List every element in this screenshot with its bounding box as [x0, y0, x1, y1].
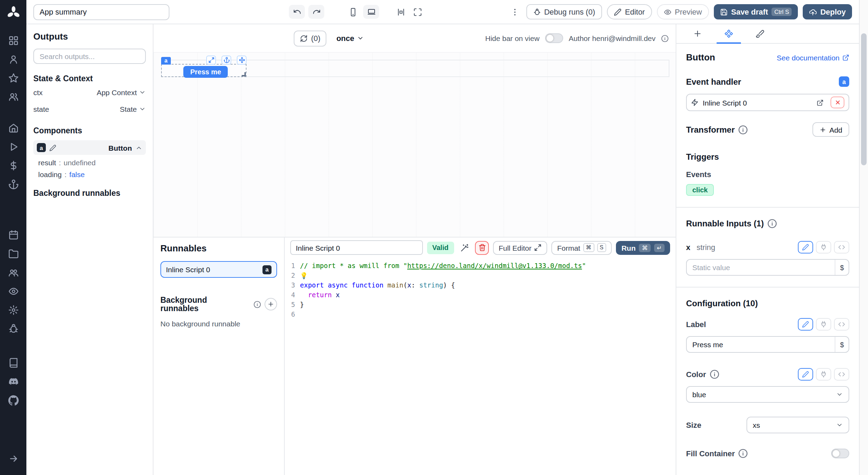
github-icon[interactable]	[0, 391, 26, 410]
windmill-logo[interactable]	[6, 6, 20, 20]
template-dollar-toggle[interactable]: $	[835, 260, 849, 275]
result-row[interactable]: result : undefined	[33, 158, 146, 167]
x-static-edit-icon[interactable]	[798, 241, 813, 253]
edit-id-pencil-icon[interactable]	[49, 144, 56, 151]
undo-button[interactable]	[289, 5, 305, 19]
delete-script-button[interactable]	[475, 241, 489, 255]
color-select[interactable]: blue	[686, 386, 849, 403]
loading-row[interactable]: loading : false	[33, 170, 146, 178]
main-column: Debug runs (0) Editor Preview Save draft…	[26, 0, 859, 475]
ctx-row[interactable]: ctx App Context	[33, 85, 146, 99]
info-icon[interactable]	[767, 219, 777, 228]
label-static-edit-icon[interactable]	[798, 318, 813, 331]
app-canvas[interactable]: a Press me	[153, 52, 676, 237]
editor-toggle-button[interactable]: Editor	[607, 4, 652, 19]
chevron-down-icon	[139, 105, 146, 112]
label-connect-plug-icon[interactable]	[816, 318, 831, 331]
page-scrollbar[interactable]	[859, 0, 868, 475]
state-row[interactable]: state State	[33, 101, 146, 116]
insert-component-tab[interactable]	[682, 24, 713, 43]
star-icon[interactable]	[0, 69, 26, 88]
home-icon[interactable]	[0, 119, 26, 138]
template-dollar-toggle[interactable]: $	[835, 337, 849, 352]
inline-script-ref[interactable]: Inline Script 0	[686, 94, 849, 111]
x-connect-plug-icon[interactable]	[816, 241, 831, 253]
app-summary-input[interactable]	[33, 4, 169, 20]
color-connect-plug-icon[interactable]	[816, 368, 831, 381]
component-output-row[interactable]: a Button	[33, 140, 146, 155]
fill-container-toggle[interactable]	[831, 449, 849, 458]
info-icon[interactable]	[709, 369, 719, 379]
color-static-edit-icon[interactable]	[798, 368, 813, 381]
state-key: state	[33, 105, 49, 113]
script-name-input[interactable]	[290, 240, 423, 255]
expand-rail-arrow-icon[interactable]	[0, 449, 26, 468]
x-eval-code-icon[interactable]	[834, 241, 849, 253]
resize-handle[interactable]	[242, 72, 246, 76]
runs-icon[interactable]	[0, 138, 26, 156]
groups-icon[interactable]	[0, 263, 26, 282]
format-button[interactable]: Format⌘S	[552, 241, 612, 255]
user-icon[interactable]	[0, 50, 26, 69]
redo-button[interactable]	[308, 5, 324, 19]
info-icon[interactable]	[738, 449, 748, 458]
center-content-icon[interactable]	[394, 5, 408, 19]
refresh-mode-select[interactable]: once	[336, 34, 364, 42]
hide-bar-toggle[interactable]	[545, 33, 563, 43]
code-line: // import * as wmill from "https://deno.…	[300, 261, 676, 271]
see-documentation-link[interactable]: See documentation	[777, 53, 849, 61]
debug-bug-icon[interactable]	[0, 319, 26, 338]
info-icon[interactable]	[253, 300, 261, 308]
scrollbar-thumb[interactable]	[861, 33, 867, 165]
folders-icon[interactable]	[0, 244, 26, 263]
component-settings-tab[interactable]	[713, 24, 744, 43]
more-menu-icon[interactable]	[508, 5, 521, 19]
full-editor-button[interactable]: Full Editor	[493, 241, 548, 255]
deploy-button[interactable]: Deploy	[803, 4, 852, 19]
search-outputs-input[interactable]	[33, 49, 146, 64]
anchor-handle-icon[interactable]	[222, 56, 231, 65]
label-eval-code-icon[interactable]	[834, 318, 849, 331]
apps-icon[interactable]	[0, 31, 26, 50]
desktop-view-icon[interactable]	[363, 5, 379, 19]
x-value-input[interactable]	[687, 263, 835, 272]
docs-book-icon[interactable]	[0, 353, 26, 372]
expand-handle-icon[interactable]	[206, 56, 216, 65]
color-eval-code-icon[interactable]	[834, 368, 849, 381]
refresh-components-button[interactable]: (0)	[294, 30, 327, 46]
chevron-up-icon[interactable]	[135, 144, 142, 151]
mobile-view-icon[interactable]	[347, 5, 360, 19]
resources-anchor-icon[interactable]	[0, 175, 26, 194]
debug-runs-button[interactable]: Debug runs (0)	[526, 4, 602, 19]
label-input[interactable]	[687, 340, 835, 349]
styling-tab[interactable]	[744, 24, 776, 43]
inspector-tabs	[676, 24, 859, 44]
settings-gear-icon[interactable]	[0, 301, 26, 319]
discord-icon[interactable]	[0, 372, 26, 391]
run-button[interactable]: Run⌘↵	[616, 241, 670, 255]
app-rail	[0, 0, 26, 475]
users-icon[interactable]	[0, 88, 26, 106]
button-component-cell[interactable]: a Press me	[161, 64, 247, 77]
move-handle-icon[interactable]	[237, 56, 247, 65]
save-draft-button[interactable]: Save draftCtrl S	[714, 4, 798, 19]
size-select[interactable]: xs	[746, 417, 849, 433]
open-script-icon[interactable]	[814, 97, 826, 108]
runnable-item[interactable]: Inline Script 0 a	[160, 261, 277, 278]
fullscreen-icon[interactable]	[411, 5, 424, 19]
background-runnables-label: Background runnables	[160, 296, 247, 312]
code-editor[interactable]: 123456 // import * as wmill from "https:…	[285, 258, 676, 475]
variables-icon[interactable]	[0, 156, 26, 175]
schedules-icon[interactable]	[0, 226, 26, 244]
press-me-button[interactable]: Press me	[183, 66, 228, 78]
section-divider	[676, 287, 859, 288]
code-content[interactable]: // import * as wmill from "https://deno.…	[300, 261, 676, 475]
ai-wand-icon[interactable]	[458, 241, 471, 255]
add-transformer-button[interactable]: Add	[813, 122, 849, 137]
info-icon[interactable]	[738, 125, 748, 134]
add-background-runnable-button[interactable]	[265, 298, 277, 310]
info-icon[interactable]	[661, 34, 669, 42]
preview-toggle-button[interactable]: Preview	[657, 4, 709, 19]
audit-eye-icon[interactable]	[0, 282, 26, 301]
detach-script-button[interactable]	[831, 97, 844, 108]
